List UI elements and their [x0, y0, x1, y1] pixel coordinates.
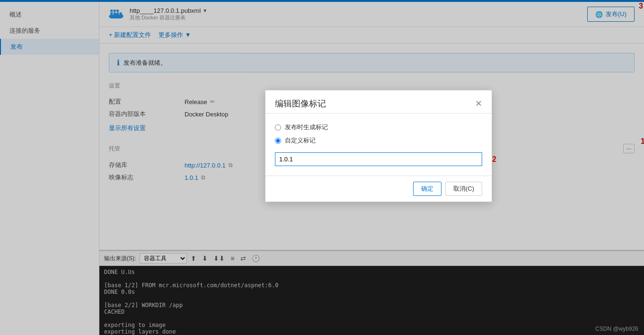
- radio-custom-tag[interactable]: 自定义标记: [275, 136, 482, 145]
- toolbar: + 新建配置文件 更多操作 ▼: [99, 27, 644, 44]
- sidebar-item-publish[interactable]: 发布: [0, 39, 99, 55]
- show-all-settings-link[interactable]: 显示所有设置: [109, 124, 146, 132]
- output-source-dropdown[interactable]: 容器工具: [140, 253, 187, 264]
- sidebar-item-connected-services[interactable]: 连接的服务: [0, 23, 99, 39]
- header-left: http____127.0.0.1.pubxml ▼ 其他 Docker 容器注…: [109, 7, 207, 22]
- output-toolbar-btn-4[interactable]: ≡: [229, 254, 236, 263]
- modal-title: 编辑图像标记: [275, 98, 326, 109]
- tag-radio-group: 发布时生成标记 自定义标记: [275, 123, 482, 145]
- hosting-value-tag: 1.0.1 ⧉: [185, 174, 205, 181]
- publish-button[interactable]: 🌐 发布(U): [587, 7, 635, 22]
- setting-label-container: 容器内部版本: [109, 110, 185, 118]
- custom-tag-input[interactable]: [275, 152, 482, 166]
- annotation-2: 2: [492, 155, 496, 164]
- edit-config-icon[interactable]: ✏: [210, 98, 215, 105]
- profile-dropdown-arrow[interactable]: ▼: [203, 8, 207, 13]
- repo-link[interactable]: http://127.0.0.1: [185, 162, 226, 169]
- setting-value-config: Release ✏: [185, 98, 215, 106]
- info-banner: ℹ 发布准备就绪。: [109, 53, 635, 72]
- svg-rect-1: [114, 9, 116, 11]
- output-toolbar-btn-5[interactable]: ⇄: [238, 254, 248, 263]
- header-subtitle: 其他 Docker 容器注册表: [130, 14, 207, 21]
- info-icon: ℹ: [117, 58, 120, 67]
- new-config-button[interactable]: + 新建配置文件: [109, 31, 151, 39]
- annotation-3: 3: [639, 2, 643, 10]
- radio-auto-tag-input[interactable]: [275, 124, 281, 131]
- hosting-label-repo: 存储库: [109, 161, 185, 169]
- header-right: 🌐 发布(U) 3: [587, 7, 635, 22]
- svg-rect-0: [110, 9, 113, 11]
- edit-tag-modal: 编辑图像标记 ✕ 发布时生成标记 自定义标记 2 确定 取消(C): [265, 90, 492, 202]
- output-toolbar-btn-3[interactable]: ⬇⬇: [212, 254, 227, 263]
- more-actions-button[interactable]: 更多操作 ▼: [159, 31, 191, 39]
- output-toolbar-btn-2[interactable]: ⬇: [200, 254, 210, 263]
- radio-custom-tag-input[interactable]: [275, 138, 281, 144]
- bottom-toolbar: 输出来源(S): 容器工具 ⬆ ⬇ ⬇⬇ ≡ ⇄ 🕐: [99, 251, 644, 266]
- copy-tag-icon[interactable]: ⧉: [201, 174, 205, 181]
- hosting-more-button[interactable]: ···: [623, 144, 635, 153]
- copy-repo-icon[interactable]: ⧉: [229, 162, 233, 168]
- svg-rect-3: [110, 12, 113, 14]
- modal-footer: 确定 取消(C): [265, 176, 492, 202]
- watermark: CSDN @wyb926: [595, 326, 638, 332]
- hosting-section-title: 托管: [109, 145, 120, 153]
- cancel-button[interactable]: 取消(C): [445, 182, 482, 196]
- modal-close-button[interactable]: ✕: [475, 99, 482, 108]
- radio-auto-tag[interactable]: 发布时生成标记: [275, 123, 482, 132]
- sidebar: 概述 连接的服务 发布: [0, 2, 99, 335]
- svg-rect-2: [116, 9, 119, 11]
- modal-header: 编辑图像标记 ✕: [265, 90, 492, 114]
- modal-body: 发布时生成标记 自定义标记 2: [265, 114, 492, 176]
- docker-icon: [109, 7, 124, 22]
- header-profile[interactable]: http____127.0.0.1.pubxml ▼: [130, 7, 207, 14]
- annotation-1: 1: [641, 137, 644, 146]
- hosting-label-tag: 映像标志: [109, 173, 185, 182]
- sidebar-item-overview[interactable]: 概述: [0, 7, 99, 23]
- output-label: 输出来源(S):: [104, 255, 136, 263]
- settings-section-title: 设置: [109, 82, 635, 90]
- output-area: DONE U.Us [base 1/2] FROM mcr.microsoft.…: [99, 266, 644, 335]
- header-title: http____127.0.0.1.pubxml ▼ 其他 Docker 容器注…: [130, 7, 207, 21]
- content-header: http____127.0.0.1.pubxml ▼ 其他 Docker 容器注…: [99, 2, 644, 27]
- output-toolbar-btn-1[interactable]: ⬆: [189, 254, 198, 263]
- setting-label-config: 配置: [109, 97, 185, 106]
- publish-icon: 🌐: [595, 11, 603, 18]
- output-toolbar-btn-6[interactable]: 🕐: [250, 254, 262, 263]
- setting-value-container: Docker Desktop: [185, 111, 228, 118]
- bottom-panel: 输出来源(S): 容器工具 ⬆ ⬇ ⬇⬇ ≡ ⇄ 🕐 DONE U.Us [ba…: [99, 250, 644, 335]
- hosting-value-repo: http://127.0.0.1 ⧉: [185, 162, 233, 169]
- confirm-button[interactable]: 确定: [413, 182, 441, 196]
- info-message: 发布准备就绪。: [124, 59, 167, 67]
